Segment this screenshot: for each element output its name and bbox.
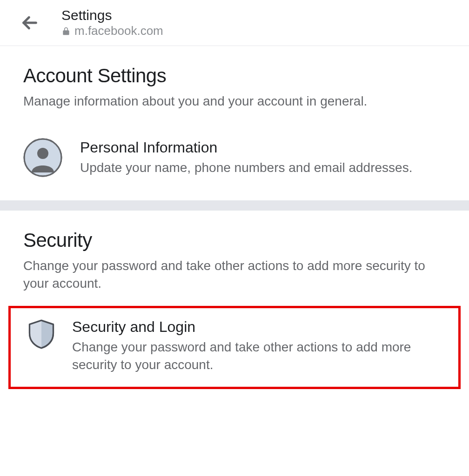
section-divider <box>0 200 469 211</box>
account-settings-title: Account Settings <box>23 65 446 87</box>
account-settings-section: Account Settings Manage information abou… <box>0 46 469 200</box>
security-title: Security <box>23 229 446 251</box>
domain-text: m.facebook.com <box>74 24 163 38</box>
security-and-login-body: Security and Login Change your password … <box>72 317 444 374</box>
shield-icon <box>25 317 58 351</box>
personal-information-body: Personal Information Update your name, p… <box>80 138 446 177</box>
personal-information-title: Personal Information <box>80 139 446 156</box>
account-settings-description: Manage information about you and your ac… <box>23 93 446 110</box>
personal-information-description: Update your name, phone numbers and emai… <box>80 159 446 177</box>
personal-information-item[interactable]: Personal Information Update your name, p… <box>23 124 446 177</box>
security-description: Change your password and take other acti… <box>23 257 446 292</box>
security-and-login-title: Security and Login <box>72 318 444 336</box>
person-icon <box>23 138 62 177</box>
header-text: Settings m.facebook.com <box>61 7 163 38</box>
lock-icon <box>61 26 71 36</box>
header-bar: Settings m.facebook.com <box>0 0 469 46</box>
page-domain: m.facebook.com <box>61 24 163 38</box>
highlight-annotation: Security and Login Change your password … <box>8 306 461 389</box>
security-and-login-item[interactable]: Security and Login Change your password … <box>25 317 444 374</box>
svg-point-2 <box>37 148 48 159</box>
back-button[interactable] <box>19 12 41 34</box>
page-title: Settings <box>61 7 163 23</box>
security-and-login-description: Change your password and take other acti… <box>72 338 444 374</box>
security-section: Security Change your password and take o… <box>0 211 469 302</box>
arrow-left-icon <box>20 13 39 32</box>
